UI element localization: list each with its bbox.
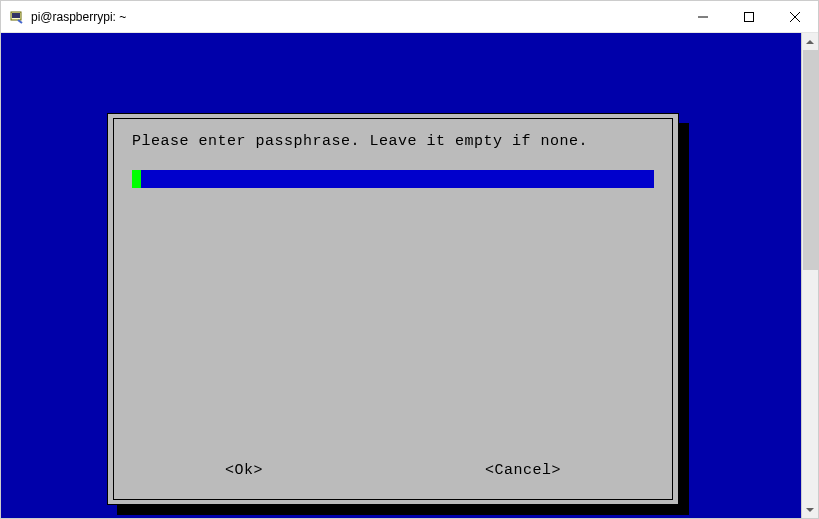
scrollbar-thumb[interactable]: [803, 50, 818, 270]
minimize-button[interactable]: [680, 1, 726, 32]
vertical-scrollbar[interactable]: [801, 33, 818, 518]
svg-rect-1: [12, 13, 20, 18]
window-controls: [680, 1, 818, 32]
chevron-down-icon: [806, 508, 814, 512]
dialog-inner: Please enter passphrase. Leave it empty …: [113, 118, 673, 500]
scroll-up-button[interactable]: [802, 33, 818, 50]
application-window: pi@raspberrypi: ~ Please enter passphras…: [0, 0, 819, 519]
cancel-button[interactable]: <Cancel>: [485, 462, 561, 479]
titlebar: pi@raspberrypi: ~: [1, 1, 818, 33]
scroll-down-button[interactable]: [802, 501, 818, 518]
dialog-buttons: <Ok> <Cancel>: [114, 462, 672, 479]
passphrase-input[interactable]: [132, 170, 654, 188]
window-title: pi@raspberrypi: ~: [31, 10, 680, 24]
content-area: Please enter passphrase. Leave it empty …: [1, 33, 818, 518]
putty-icon: [9, 9, 25, 25]
passphrase-dialog: Please enter passphrase. Leave it empty …: [107, 113, 679, 505]
text-cursor: [132, 170, 141, 188]
terminal[interactable]: Please enter passphrase. Leave it empty …: [1, 33, 801, 518]
ok-button[interactable]: <Ok>: [225, 462, 263, 479]
dialog-prompt: Please enter passphrase. Leave it empty …: [132, 133, 654, 150]
chevron-up-icon: [806, 40, 814, 44]
close-button[interactable]: [772, 1, 818, 32]
maximize-button[interactable]: [726, 1, 772, 32]
svg-rect-4: [745, 12, 754, 21]
